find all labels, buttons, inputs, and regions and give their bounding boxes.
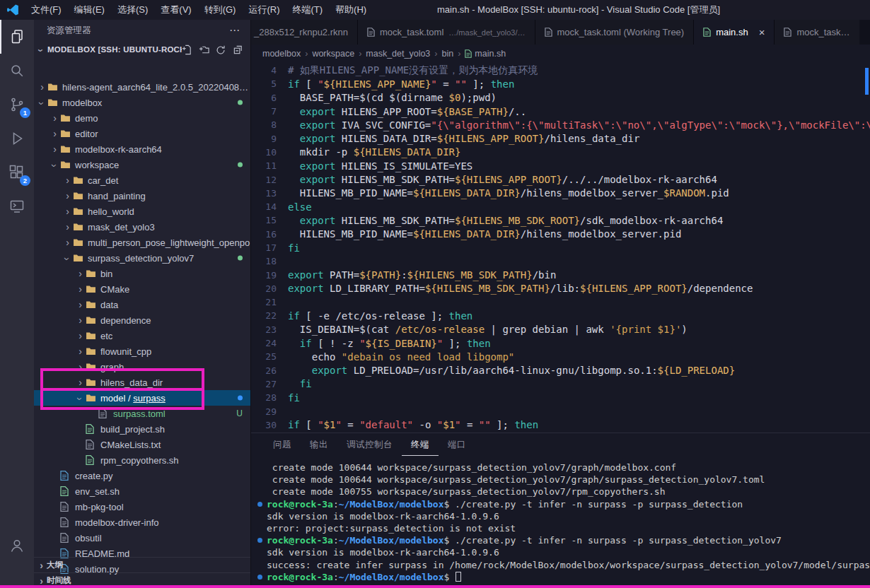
menu-item-运行-r[interactable]: 运行(R) bbox=[242, 0, 286, 20]
extensions-icon[interactable]: 2 bbox=[0, 155, 34, 189]
tree-item-hand-painting[interactable]: ›hand_painting bbox=[34, 188, 250, 204]
collapse-all-icon[interactable] bbox=[233, 45, 243, 55]
line-number: 21 bbox=[251, 297, 277, 307]
editor-scrollbar-thumb[interactable] bbox=[865, 68, 869, 95]
menu-item-转到-g[interactable]: 转到(G) bbox=[198, 0, 243, 20]
tree-item-hilens-agent-aarch64-lite-2-0-5-20220408[interactable]: ›hilens-agent_aarch64_lite_2.0.5_2022040… bbox=[34, 79, 250, 95]
explorer-more-actions-button[interactable]: ⋯ bbox=[229, 24, 240, 37]
tree-item-etc[interactable]: ›etc bbox=[34, 328, 250, 343]
tree-item-cmake[interactable]: ›CMake bbox=[34, 281, 250, 297]
sidebar-section-时间线[interactable]: ›时间线 bbox=[34, 572, 250, 588]
tree-item-build-project-sh[interactable]: ›build_project.sh bbox=[34, 421, 250, 437]
tree-item-car-det[interactable]: ›car_det bbox=[34, 172, 250, 188]
editor-tab-mock-task-toml[interactable]: mock_task.toml…/mask_det_yolo3/… bbox=[358, 20, 535, 45]
tree-item-label: mask_det_yolo3 bbox=[88, 222, 155, 233]
tree-item-model-surpass[interactable]: ›model / surpass bbox=[34, 390, 250, 406]
tree-item-graph[interactable]: ›graph bbox=[34, 359, 250, 375]
tree-item-create-py[interactable]: ›create.py bbox=[34, 468, 250, 483]
git-modified-dot bbox=[238, 256, 243, 261]
tree-item-cmakelists-txt[interactable]: ›CMakeLists.txt bbox=[34, 437, 250, 452]
explorer-title: 资源管理器 bbox=[47, 25, 91, 37]
tab-label: _288x512_rknpu2.rknn bbox=[254, 27, 348, 37]
source-control-badge: 1 bbox=[20, 107, 30, 118]
remote-explorer-icon[interactable] bbox=[0, 189, 34, 223]
explorer-icon[interactable] bbox=[0, 20, 34, 54]
panel-tab-输出[interactable]: 输出 bbox=[301, 434, 337, 455]
file-tree: ›hilens-agent_aarch64_lite_2.0.5_2022040… bbox=[34, 78, 250, 577]
tree-item-surpass-toml[interactable]: ›surpass.tomlU bbox=[34, 406, 250, 421]
account-icon[interactable] bbox=[0, 529, 34, 563]
editor-tab-mock-task[interactable]: mock_task… bbox=[775, 20, 859, 45]
terminal[interactable]: create mode 100644 workspace/surpass_det… bbox=[251, 461, 870, 588]
chevron-right-icon: › bbox=[62, 175, 73, 185]
toml-file-icon bbox=[784, 28, 791, 37]
sh-file-icon bbox=[86, 424, 100, 434]
tree-item-label: dependence bbox=[100, 315, 151, 326]
close-icon[interactable]: × bbox=[759, 27, 765, 37]
tree-item-bin[interactable]: ›bin bbox=[34, 266, 250, 281]
code-line: 5if [ "${HILENS_APP_NAME}" = "" ]; then bbox=[251, 77, 870, 90]
py-file-icon bbox=[60, 471, 74, 481]
tree-item-data[interactable]: ›data bbox=[34, 297, 250, 312]
tree-item-dependence[interactable]: ›dependence bbox=[34, 312, 250, 328]
tree-item-label: multi_person_pose_lightweight_openpo… bbox=[88, 237, 250, 248]
tree-item-env-set-sh[interactable]: ›env_set.sh bbox=[34, 483, 250, 499]
tree-item-workspace[interactable]: ›workspace bbox=[34, 157, 250, 172]
tree-item-modelbox-driver-info[interactable]: ›modelbox-driver-info bbox=[34, 514, 250, 530]
new-folder-icon[interactable] bbox=[199, 45, 209, 55]
tree-item-modelbox[interactable]: ›modelbox bbox=[34, 95, 250, 110]
tree-item-surpass-detection-yolov7[interactable]: ›surpass_detection_yolov7 bbox=[34, 250, 250, 266]
breadcrumb-item-bin[interactable]: bin bbox=[442, 49, 454, 59]
menu-item-终端-t[interactable]: 终端(T) bbox=[286, 0, 329, 20]
tree-item-rpm-copyothers-sh[interactable]: ›rpm_copyothers.sh bbox=[34, 452, 250, 468]
sidebar-section-大纲[interactable]: ›大纲 bbox=[34, 557, 250, 572]
tree-item-modelbox-rk-aarch64[interactable]: ›modelbox-rk-aarch64 bbox=[34, 141, 250, 157]
search-icon[interactable] bbox=[0, 54, 34, 88]
line-number: 22 bbox=[251, 310, 277, 321]
tree-item-editor[interactable]: ›editor bbox=[34, 126, 250, 141]
panel-tab-端口[interactable]: 端口 bbox=[439, 434, 475, 455]
terminal-output-line: success: create infer surpass in /home/r… bbox=[257, 559, 870, 571]
editor-tab-288x512-rknpu2-rknn[interactable]: _288x512_rknpu2.rknn bbox=[251, 20, 358, 45]
menu-item-查看-v[interactable]: 查看(V) bbox=[154, 0, 197, 20]
activity-bar: 12 bbox=[0, 20, 34, 588]
code-line: 9 export HILENS_DATA_DIR=${HILENS_APP_RO… bbox=[251, 131, 870, 145]
tree-item-flowunit-cpp[interactable]: ›flowunit_cpp bbox=[34, 343, 250, 359]
tree-item-hilens-data-dir[interactable]: ›hilens_data_dir bbox=[34, 375, 250, 390]
tree-item-mb-pkg-tool[interactable]: ›mb-pkg-tool bbox=[34, 499, 250, 514]
chevron-right-icon: › bbox=[50, 129, 60, 139]
tree-item-obsutil[interactable]: ›obsutil bbox=[34, 530, 250, 546]
tree-item-multi-person-pose-lightweight-openpo[interactable]: ›multi_person_pose_lightweight_openpo… bbox=[34, 235, 250, 250]
code-text: export LD_LIBRARY_PATH=${HILENS_MB_SDK_P… bbox=[277, 283, 753, 294]
menu-item-编辑-e[interactable]: 编辑(E) bbox=[68, 0, 111, 20]
chevron-right-icon: › bbox=[36, 576, 47, 586]
menu-item-文件-f[interactable]: 文件(F) bbox=[25, 0, 68, 20]
new-file-icon[interactable] bbox=[182, 45, 192, 55]
tree-item-label: env_set.sh bbox=[75, 486, 120, 497]
breadcrumb-item-main-sh[interactable]: main.sh bbox=[465, 49, 506, 59]
line-number: 17 bbox=[251, 242, 277, 253]
tree-item-label: graph bbox=[100, 362, 124, 372]
tree-item-hello-world[interactable]: ›hello_world bbox=[34, 204, 250, 219]
run-debug-icon[interactable] bbox=[0, 122, 34, 155]
workspace-section-header[interactable]: › MODELBOX [SSH: UBUNTU-ROCK] bbox=[34, 41, 250, 58]
panel-tab-问题[interactable]: 问题 bbox=[264, 434, 301, 455]
menu-bar: 文件(F)编辑(E)选择(S)查看(V)转到(G)运行(R)终端(T)帮助(H) bbox=[25, 0, 373, 20]
panel-tab-调试控制台[interactable]: 调试控制台 bbox=[337, 434, 402, 455]
breadcrumb-item-mask-det-yolo3[interactable]: mask_det_yolo3 bbox=[366, 49, 430, 59]
breadcrumb-item-modelbox[interactable]: modelbox bbox=[262, 49, 301, 59]
tree-item-mask-det-yolo3[interactable]: ›mask_det_yolo3 bbox=[34, 219, 250, 235]
menu-item-帮助-h[interactable]: 帮助(H) bbox=[329, 0, 373, 20]
code-editor[interactable]: 4# 如果HILENS_APP_NAME没有设置，则为本地仿真环境5if [ "… bbox=[251, 62, 870, 433]
code-text: if [ "${HILENS_APP_NAME}" = "" ]; then bbox=[277, 78, 514, 90]
editor-tab-mock-task-toml-working-tree[interactable]: mock_task.toml (Working Tree) bbox=[535, 20, 695, 45]
code-text: export HILENS_APP_ROOT=${BASE_PATH}/.. bbox=[277, 106, 526, 117]
breadcrumb-item-workspace[interactable]: workspace bbox=[312, 49, 354, 59]
menu-item-选择-s[interactable]: 选择(S) bbox=[111, 0, 154, 20]
tab-description: …/mask_det_yolo3/… bbox=[448, 28, 525, 37]
refresh-icon[interactable] bbox=[216, 45, 226, 55]
tree-item-demo[interactable]: ›demo bbox=[34, 110, 250, 126]
editor-tab-main-sh[interactable]: main.sh× bbox=[694, 20, 775, 45]
source-control-icon[interactable]: 1 bbox=[0, 88, 34, 122]
panel-tab-终端[interactable]: 终端 bbox=[402, 434, 439, 456]
